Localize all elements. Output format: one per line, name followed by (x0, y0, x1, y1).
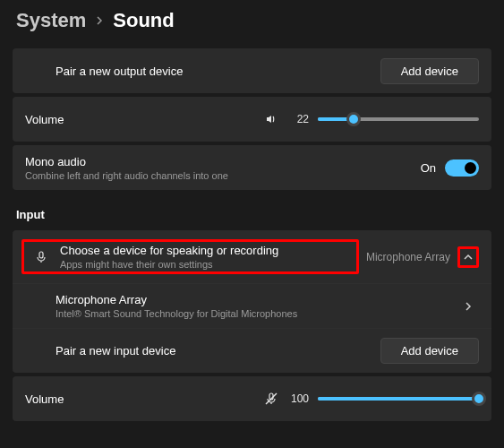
input-volume-row: Volume 100 (13, 376, 491, 421)
pair-input-label: Pair a new input device (56, 344, 380, 358)
selected-input-device: Microphone Array (366, 251, 450, 263)
svg-rect-0 (39, 252, 43, 258)
input-device-title: Microphone Array (56, 293, 450, 306)
input-section-header: Input (0, 194, 504, 227)
microphone-icon (30, 250, 53, 264)
mono-audio-row: Mono audio Combine left and right audio … (13, 145, 491, 190)
chevron-right-icon (95, 16, 104, 25)
add-output-device-button[interactable]: Add device (380, 58, 479, 84)
output-volume-slider[interactable] (318, 117, 479, 121)
choose-input-subtitle: Apps might have their own settings (60, 259, 351, 270)
mono-audio-card: Mono audio Combine left and right audio … (13, 145, 491, 190)
breadcrumb: System Sound (0, 0, 504, 45)
input-volume-value: 100 (287, 392, 309, 405)
output-volume-label: Volume (25, 113, 252, 126)
choose-input-title: Choose a device for speaking or recordin… (60, 244, 351, 257)
output-volume-row: Volume 22 (13, 97, 491, 142)
input-device-expand[interactable] (457, 296, 479, 317)
mono-audio-subtitle: Combine left and right audio channels in… (25, 170, 421, 181)
mono-audio-title: Mono audio (25, 155, 421, 168)
mono-audio-toggle[interactable] (445, 159, 479, 177)
pair-output-row: Pair a new output device Add device (13, 48, 491, 93)
input-volume-slider[interactable] (318, 397, 479, 401)
breadcrumb-current: Sound (113, 9, 174, 32)
input-device-subtitle: Intel® Smart Sound Technology for Digita… (56, 308, 450, 319)
add-input-device-button[interactable]: Add device (380, 338, 479, 364)
highlight-choose-device: Choose a device for speaking or recordin… (21, 239, 359, 274)
choose-input-device-row[interactable]: Choose a device for speaking or recordin… (13, 230, 491, 283)
breadcrumb-parent[interactable]: System (16, 9, 86, 32)
pair-output-label: Pair a new output device (56, 65, 380, 78)
input-volume-card: Volume 100 (13, 376, 491, 421)
input-device-item[interactable]: Microphone Array Intel® Smart Sound Tech… (13, 283, 491, 328)
mono-audio-state: On (421, 161, 436, 175)
input-volume-label: Volume (25, 392, 252, 406)
input-device-card: Choose a device for speaking or recordin… (13, 230, 491, 373)
output-volume-value: 22 (287, 113, 309, 125)
chevron-up-icon (463, 252, 474, 263)
output-card: Pair a new output device Add device (13, 48, 491, 93)
collapse-input-button[interactable] (457, 246, 479, 268)
pair-input-row: Pair a new input device Add device (13, 328, 491, 373)
microphone-muted-icon[interactable] (264, 392, 278, 406)
speaker-icon[interactable] (264, 112, 278, 126)
chevron-right-icon (463, 301, 474, 312)
output-volume-card: Volume 22 (13, 97, 491, 142)
